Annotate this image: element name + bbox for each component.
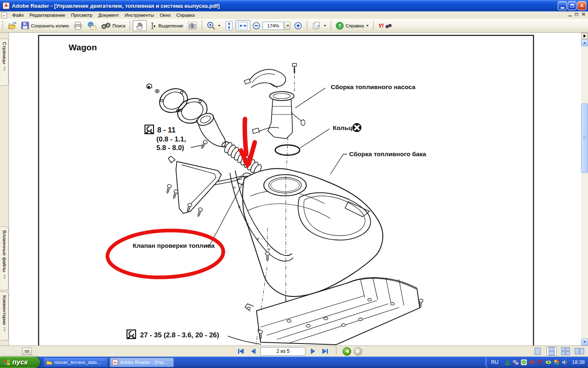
toolbar-grip xyxy=(330,21,332,31)
export-pages-button[interactable] xyxy=(310,20,328,31)
tray-player-icon[interactable] xyxy=(521,359,527,366)
tray-antivirus-icon[interactable] xyxy=(537,359,543,366)
previous-view-button[interactable] xyxy=(343,347,351,356)
yahoo-messenger-button[interactable]: Y! xyxy=(376,20,394,31)
tray-messenger-icon[interactable] xyxy=(553,359,560,366)
clock[interactable]: 18:38 xyxy=(572,359,585,365)
single-page-layout-button[interactable] xyxy=(532,347,543,356)
snapshot-camera-icon xyxy=(187,21,197,30)
torque-top-value-3: 5.8 - 8.0) xyxy=(156,144,184,152)
pdf-page: Wagon xyxy=(38,35,534,346)
save-copy-button[interactable]: Сохранить копию xyxy=(19,20,71,31)
document-pane[interactable]: Wagon xyxy=(9,33,581,346)
menu-window[interactable]: Окно xyxy=(157,12,174,18)
up-arrow-icon xyxy=(583,42,586,44)
tray-volume-icon[interactable] xyxy=(529,359,535,366)
facing-layout-button[interactable] xyxy=(574,347,585,356)
email-button[interactable] xyxy=(85,20,99,31)
zoom-in-tool-button[interactable] xyxy=(205,20,223,31)
tray-network-icon[interactable] xyxy=(512,359,519,366)
previous-page-button[interactable] xyxy=(248,347,258,356)
doc-restore-icon[interactable] xyxy=(575,13,578,16)
menu-view[interactable]: Просмотр xyxy=(68,12,96,18)
menu-file[interactable]: Файл xyxy=(9,12,27,18)
select-tool-button[interactable]: Выделение xyxy=(147,20,185,31)
taskbar-item-adobe-reader[interactable]: Adobe Reader - [Упр... xyxy=(109,357,174,367)
zoom-level-input[interactable] xyxy=(263,22,284,30)
sidebar-tab-comments-label: Комментарии xyxy=(2,295,7,325)
sidebar-tab-pages[interactable]: Страницы xyxy=(0,38,9,86)
zoom-out-button[interactable] xyxy=(250,20,263,31)
page-indicator[interactable]: 2 из 5 xyxy=(261,347,305,356)
next-page-button[interactable] xyxy=(308,347,318,356)
fit-page-button[interactable] xyxy=(223,20,236,31)
fit-page-icon xyxy=(225,21,234,31)
yahoo-logo: Y! xyxy=(378,22,383,29)
first-page-button[interactable] xyxy=(236,347,246,356)
toolbar-grip xyxy=(372,21,375,31)
zoom-level-dropdown[interactable] xyxy=(284,22,290,30)
menu-edit[interactable]: Редактирование xyxy=(27,12,68,18)
fit-width-button[interactable] xyxy=(236,20,250,31)
left-arrow-icon xyxy=(345,349,349,353)
help-dropdown-arrow[interactable] xyxy=(366,25,369,27)
last-page-button[interactable] xyxy=(320,347,330,356)
sidebar-tab-attachments[interactable]: Вложенные файлы xyxy=(0,227,9,290)
start-button[interactable]: пуск xyxy=(0,357,40,368)
snapshot-button[interactable] xyxy=(185,20,199,31)
scroll-down-button[interactable] xyxy=(581,339,588,346)
document-icon xyxy=(2,12,7,18)
toolbar-grip xyxy=(305,21,308,31)
export-dropdown-arrow[interactable] xyxy=(324,25,326,27)
tab-grip xyxy=(4,275,5,280)
help-icon: ? xyxy=(336,22,344,30)
help-label: Справка xyxy=(345,23,364,28)
menu-tools[interactable]: Инструменты xyxy=(122,12,157,18)
taskbar-item-folder[interactable]: nissan_terrano_dats... xyxy=(43,357,108,367)
menu-bar: Файл Редактирование Просмотр Документ Ин… xyxy=(0,11,588,19)
page-navigation: 2 из 5 xyxy=(236,347,362,356)
tray-display-icon[interactable] xyxy=(545,359,552,366)
zoom-out-icon xyxy=(252,22,261,30)
doc-close-icon[interactable]: ✕ xyxy=(581,12,586,16)
tray-sound-icon[interactable] xyxy=(561,359,568,366)
pages-export-icon xyxy=(312,21,321,30)
zoom-in-button[interactable] xyxy=(292,20,304,31)
down-arrow-icon xyxy=(583,341,586,343)
close-button[interactable]: ✕ xyxy=(577,1,586,10)
folder-icon xyxy=(46,360,52,365)
open-button[interactable] xyxy=(5,20,19,31)
taskbar-item-label: nissan_terrano_dats... xyxy=(54,360,101,365)
toolbar-grip xyxy=(129,21,131,31)
next-view-button[interactable] xyxy=(354,347,362,356)
vertical-scrollbar[interactable] xyxy=(581,33,588,346)
title-bar: Adobe Reader - [Управление двигателем, т… xyxy=(0,0,588,11)
doc-minimize-icon[interactable] xyxy=(568,16,572,16)
separator xyxy=(335,347,338,355)
continuous-facing-layout-button[interactable] xyxy=(560,347,571,356)
scrollbar-thumb[interactable] xyxy=(581,103,588,173)
restore-button[interactable] xyxy=(568,1,577,10)
search-button[interactable]: Поиск xyxy=(99,20,127,31)
window-title: Adobe Reader - [Управление двигателем, т… xyxy=(12,3,220,9)
print-button[interactable] xyxy=(71,20,85,31)
statusbar-options-button[interactable] xyxy=(22,348,32,355)
minimize-button[interactable] xyxy=(558,1,567,10)
menu-document[interactable]: Документ xyxy=(95,12,122,18)
right-triangle-icon xyxy=(584,34,586,38)
help-button[interactable]: ? Справка xyxy=(334,20,371,31)
torque-bottom-value: 27 - 35 (2.8 - 3.6, 20 - 26) xyxy=(140,331,219,339)
sidebar-tab-comments[interactable]: Комментарии xyxy=(0,292,9,341)
continuous-layout-button[interactable] xyxy=(546,347,557,356)
hand-tool-button[interactable] xyxy=(133,20,147,31)
zoom-tool-dropdown-arrow[interactable] xyxy=(218,25,220,27)
pane-expand-button[interactable] xyxy=(581,33,588,39)
ring-symbol xyxy=(352,123,361,132)
taskbar: пуск nissan_terrano_dats... Adobe Reader… xyxy=(0,357,588,368)
language-indicator[interactable]: RU xyxy=(491,359,499,365)
menu-help[interactable]: Справка xyxy=(174,12,198,18)
toolbar-grip xyxy=(1,21,4,31)
page-layout-controls xyxy=(532,347,585,356)
scroll-up-button[interactable] xyxy=(581,39,588,46)
tray-download-icon[interactable] xyxy=(504,359,511,366)
